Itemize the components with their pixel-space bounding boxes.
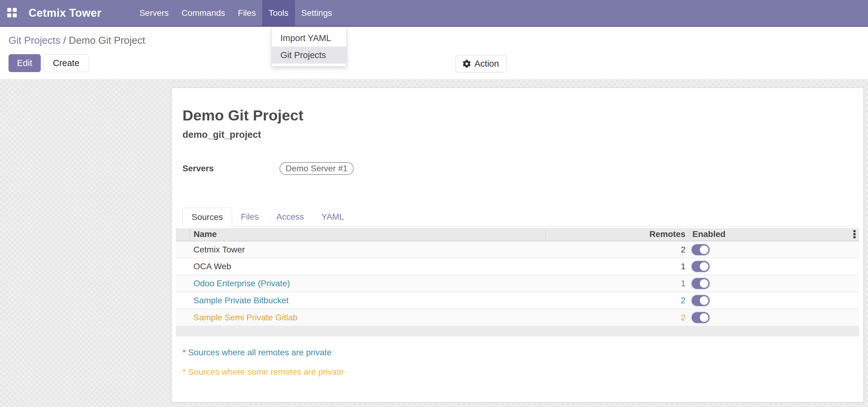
row-selector-cell (176, 292, 189, 309)
source-name[interactable]: Sample Semi Private Gitlab (189, 309, 545, 326)
dropdown-item-import-yaml[interactable]: Import YAML (272, 30, 346, 46)
sources-table: Name Remotes Enabled Cetmix Tower 2 (176, 228, 859, 337)
selector-column-header (176, 228, 189, 241)
enabled-cell (690, 275, 859, 292)
enabled-column-header[interactable]: Enabled (690, 228, 859, 241)
enabled-toggle[interactable] (691, 244, 710, 255)
enabled-toggle[interactable] (691, 295, 710, 306)
action-button-label: Action (474, 59, 499, 69)
breadcrumb-current: Demo Git Project (69, 35, 145, 46)
breadcrumb-separator: / (63, 35, 69, 46)
remotes-count: 2 (545, 241, 690, 258)
apps-grid-icon[interactable] (7, 8, 18, 18)
menu-item-servers[interactable]: Servers (133, 0, 175, 26)
enabled-toggle[interactable] (691, 312, 710, 323)
remotes-count: 1 (545, 258, 690, 275)
control-panel: Git Projects / Demo Git Project Edit Cre… (0, 27, 868, 80)
servers-field: Servers Demo Server #1 (183, 160, 859, 177)
table-row[interactable]: Odoo Enterprise (Private) 1 (176, 275, 859, 292)
servers-field-value: Demo Server #1 (273, 160, 354, 177)
menu-item-settings[interactable]: Settings (295, 0, 339, 26)
legend-notes: * Sources where all remotes are private … (183, 347, 859, 377)
edit-button[interactable]: Edit (8, 54, 41, 72)
table-footer-row (176, 326, 859, 337)
record-title: Demo Git Project (183, 107, 859, 124)
breadcrumb-parent-link[interactable]: Git Projects (8, 35, 61, 46)
row-selector-cell (176, 275, 189, 292)
gear-icon (463, 60, 471, 68)
enabled-cell (690, 309, 859, 326)
optional-columns-icon[interactable] (854, 230, 856, 239)
source-name[interactable]: Sample Private Bitbucket (189, 292, 545, 309)
remotes-count: 2 (545, 292, 690, 309)
create-button[interactable]: Create (43, 54, 89, 72)
row-selector-cell (176, 309, 189, 326)
servers-field-label: Servers (183, 164, 273, 174)
app-brand[interactable]: Cetmix Tower (29, 7, 101, 20)
dropdown-item-git-projects[interactable]: Git Projects (272, 46, 346, 64)
record-reference: demo_git_project (183, 129, 859, 141)
form-view-background: Demo Git Project demo_git_project Server… (0, 80, 868, 407)
enabled-toggle[interactable] (691, 278, 710, 289)
top-navbar: Cetmix Tower Servers Commands Files Tool… (0, 0, 868, 27)
row-selector-cell (176, 258, 189, 275)
menu-item-tools[interactable]: Tools (262, 0, 295, 26)
tab-files[interactable]: Files (232, 208, 268, 226)
enabled-cell (690, 292, 859, 309)
note-some-private: * Sources where some remotes are private (183, 367, 859, 377)
button-row: Edit Create (8, 54, 860, 72)
menu-item-files[interactable]: Files (231, 0, 262, 26)
remotes-column-header[interactable]: Remotes (545, 228, 690, 241)
enabled-column-label: Enabled (692, 229, 726, 239)
enabled-cell (690, 241, 859, 258)
menu-item-commands[interactable]: Commands (175, 0, 231, 26)
form-sheet: Demo Git Project demo_git_project Server… (171, 88, 864, 402)
action-button[interactable]: Action (455, 55, 506, 72)
tools-dropdown-menu: Import YAML Git Projects (272, 27, 347, 67)
note-all-private: * Sources where all remotes are private (183, 347, 859, 358)
table-header-row: Name Remotes Enabled (176, 228, 859, 241)
remotes-count: 1 (545, 275, 690, 292)
row-selector-cell (176, 241, 189, 258)
source-name[interactable]: OCA Web (189, 258, 545, 275)
server-tag: Demo Server #1 (279, 162, 354, 175)
source-name[interactable]: Odoo Enterprise (Private) (189, 275, 545, 292)
name-column-header[interactable]: Name (189, 228, 545, 241)
table-row[interactable]: Sample Private Bitbucket 2 (176, 292, 859, 309)
table-row[interactable]: Sample Semi Private Gitlab 2 (176, 309, 859, 326)
tab-access[interactable]: Access (268, 208, 313, 226)
tab-yaml[interactable]: YAML (313, 208, 353, 226)
table-row[interactable]: Cetmix Tower 2 (176, 241, 859, 258)
source-name[interactable]: Cetmix Tower (189, 241, 545, 258)
remotes-count: 2 (545, 309, 690, 326)
tab-sources[interactable]: Sources (183, 208, 232, 226)
table-row[interactable]: OCA Web 1 (176, 258, 859, 275)
enabled-toggle[interactable] (691, 261, 710, 272)
main-menu: Servers Commands Files Tools Settings (133, 0, 338, 26)
notebook-tabs: Sources Files Access YAML (183, 208, 856, 226)
breadcrumb: Git Projects / Demo Git Project (8, 27, 860, 46)
enabled-cell (690, 258, 859, 275)
